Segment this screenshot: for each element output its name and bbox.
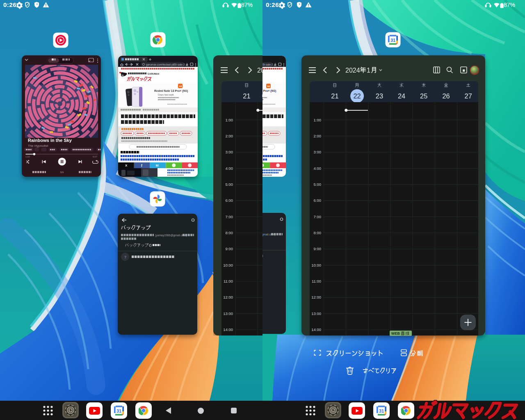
svg-text:WEB: WEB <box>391 331 400 336</box>
